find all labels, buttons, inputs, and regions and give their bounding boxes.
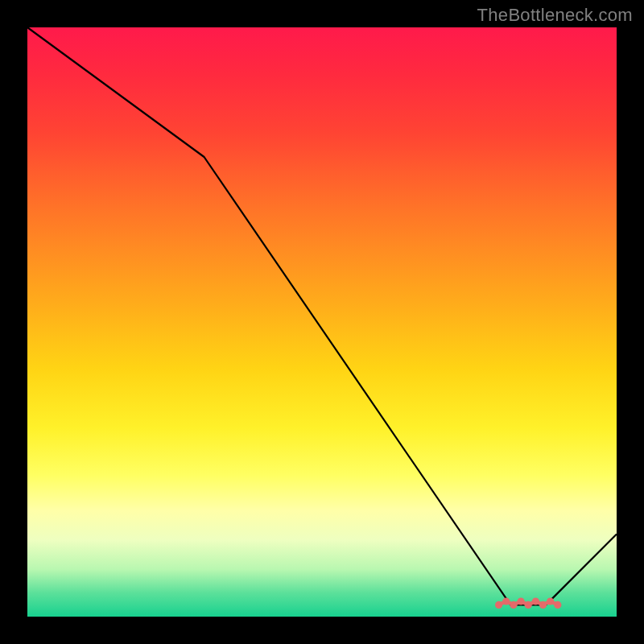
optimal-marker [522,601,526,605]
plot-area [27,27,617,617]
optimal-markers [495,597,561,609]
optimal-marker [515,601,519,605]
optimal-marker [508,601,512,605]
attribution-text: TheBottleneck.com [477,5,633,26]
bottleneck-curve [27,27,617,605]
optimal-marker [501,601,505,605]
chart-frame: TheBottleneck.com [0,0,644,644]
optimal-marker [538,601,542,605]
optimal-marker [552,601,556,605]
optimal-marker [530,601,534,605]
curve-svg [27,27,617,617]
optimal-marker [545,601,549,605]
